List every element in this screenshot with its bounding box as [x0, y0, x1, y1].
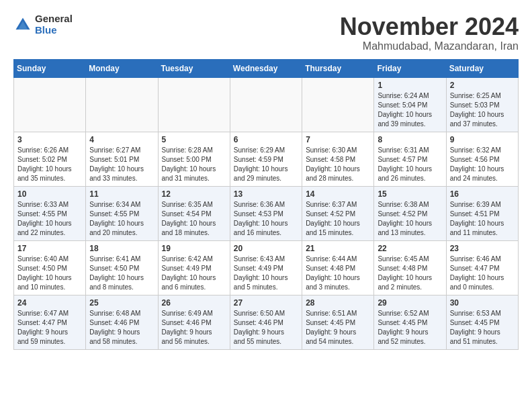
day-info: Sunrise: 6:36 AM Sunset: 4:53 PM Dayligh… — [234, 200, 298, 238]
day-number: 27 — [234, 298, 298, 308]
day-info: Sunrise: 6:31 AM Sunset: 4:57 PM Dayligh… — [378, 146, 442, 183]
calendar-cell: 19Sunrise: 6:42 AM Sunset: 4:49 PM Dayli… — [158, 240, 230, 295]
title-block: November 2024 Mahmudabad, Mazandaran, Ir… — [340, 13, 519, 52]
calendar-cell: 4Sunrise: 6:27 AM Sunset: 5:01 PM Daylig… — [86, 132, 158, 186]
calendar-cell — [14, 77, 86, 132]
calendar-table: SundayMondayTuesdayWednesdayThursdayFrid… — [13, 59, 519, 350]
day-header-monday: Monday — [86, 59, 158, 77]
day-number: 30 — [450, 298, 515, 308]
day-info: Sunrise: 6:49 AM Sunset: 4:46 PM Dayligh… — [162, 309, 226, 347]
calendar-header-row: SundayMondayTuesdayWednesdayThursdayFrid… — [14, 59, 519, 77]
day-number: 11 — [89, 189, 154, 199]
day-info: Sunrise: 6:47 AM Sunset: 4:47 PM Dayligh… — [17, 309, 82, 347]
day-number: 18 — [89, 244, 154, 253]
day-info: Sunrise: 6:27 AM Sunset: 5:01 PM Dayligh… — [89, 146, 154, 183]
calendar-cell: 30Sunrise: 6:53 AM Sunset: 4:45 PM Dayli… — [446, 295, 518, 349]
calendar-week-1: 1Sunrise: 6:24 AM Sunset: 5:04 PM Daylig… — [14, 77, 519, 132]
day-header-sunday: Sunday — [14, 59, 86, 77]
calendar-cell: 1Sunrise: 6:24 AM Sunset: 5:04 PM Daylig… — [374, 77, 446, 132]
calendar-cell: 14Sunrise: 6:37 AM Sunset: 4:52 PM Dayli… — [302, 186, 374, 240]
day-info: Sunrise: 6:46 AM Sunset: 4:47 PM Dayligh… — [450, 255, 515, 292]
logo-blue: Blue — [35, 25, 73, 36]
day-number: 12 — [162, 189, 226, 199]
calendar-cell: 18Sunrise: 6:41 AM Sunset: 4:50 PM Dayli… — [86, 240, 158, 295]
calendar-cell: 25Sunrise: 6:48 AM Sunset: 4:46 PM Dayli… — [86, 295, 158, 349]
calendar-cell: 23Sunrise: 6:46 AM Sunset: 4:47 PM Dayli… — [446, 240, 518, 295]
calendar-cell: 5Sunrise: 6:28 AM Sunset: 5:00 PM Daylig… — [158, 132, 230, 186]
day-number: 8 — [378, 135, 442, 144]
day-info: Sunrise: 6:50 AM Sunset: 4:46 PM Dayligh… — [234, 309, 298, 347]
day-info: Sunrise: 6:25 AM Sunset: 5:03 PM Dayligh… — [450, 91, 515, 129]
day-number: 10 — [17, 189, 82, 199]
calendar-cell: 27Sunrise: 6:50 AM Sunset: 4:46 PM Dayli… — [230, 295, 302, 349]
calendar-cell: 7Sunrise: 6:30 AM Sunset: 4:58 PM Daylig… — [302, 132, 374, 186]
day-number: 25 — [89, 298, 154, 308]
calendar-week-3: 10Sunrise: 6:33 AM Sunset: 4:55 PM Dayli… — [14, 186, 519, 240]
day-number: 2 — [450, 81, 515, 90]
logo-icon — [13, 15, 32, 34]
calendar-cell — [302, 77, 374, 132]
day-info: Sunrise: 6:34 AM Sunset: 4:55 PM Dayligh… — [89, 200, 154, 238]
day-number: 19 — [162, 244, 226, 253]
month-title: November 2024 — [340, 13, 519, 40]
calendar-cell: 26Sunrise: 6:49 AM Sunset: 4:46 PM Dayli… — [158, 295, 230, 349]
calendar-week-2: 3Sunrise: 6:26 AM Sunset: 5:02 PM Daylig… — [14, 132, 519, 186]
day-number: 7 — [306, 135, 370, 144]
calendar-cell: 8Sunrise: 6:31 AM Sunset: 4:57 PM Daylig… — [374, 132, 446, 186]
day-info: Sunrise: 6:41 AM Sunset: 4:50 PM Dayligh… — [89, 255, 154, 292]
day-number: 22 — [378, 244, 442, 253]
day-number: 21 — [306, 244, 370, 253]
day-number: 16 — [450, 189, 515, 199]
day-number: 9 — [450, 135, 515, 144]
calendar-cell: 16Sunrise: 6:39 AM Sunset: 4:51 PM Dayli… — [446, 186, 518, 240]
calendar-cell — [86, 77, 158, 132]
day-number: 17 — [17, 244, 82, 253]
logo-text: General Blue — [35, 13, 73, 36]
day-header-tuesday: Tuesday — [158, 59, 230, 77]
location: Mahmudabad, Mazandaran, Iran — [340, 40, 519, 52]
day-info: Sunrise: 6:51 AM Sunset: 4:45 PM Dayligh… — [306, 309, 370, 347]
calendar-cell: 12Sunrise: 6:35 AM Sunset: 4:54 PM Dayli… — [158, 186, 230, 240]
calendar-cell: 10Sunrise: 6:33 AM Sunset: 4:55 PM Dayli… — [14, 186, 86, 240]
calendar-cell: 29Sunrise: 6:52 AM Sunset: 4:45 PM Dayli… — [374, 295, 446, 349]
day-number: 14 — [306, 189, 370, 199]
calendar-cell: 15Sunrise: 6:38 AM Sunset: 4:52 PM Dayli… — [374, 186, 446, 240]
calendar-cell: 2Sunrise: 6:25 AM Sunset: 5:03 PM Daylig… — [446, 77, 518, 132]
day-number: 3 — [17, 135, 82, 144]
calendar-cell: 21Sunrise: 6:44 AM Sunset: 4:48 PM Dayli… — [302, 240, 374, 295]
calendar-cell: 22Sunrise: 6:45 AM Sunset: 4:48 PM Dayli… — [374, 240, 446, 295]
day-number: 20 — [234, 244, 298, 253]
calendar-cell: 11Sunrise: 6:34 AM Sunset: 4:55 PM Dayli… — [86, 186, 158, 240]
calendar-body: 1Sunrise: 6:24 AM Sunset: 5:04 PM Daylig… — [14, 77, 519, 349]
day-info: Sunrise: 6:52 AM Sunset: 4:45 PM Dayligh… — [378, 309, 442, 347]
day-number: 29 — [378, 298, 442, 308]
day-header-saturday: Saturday — [446, 59, 518, 77]
logo: General Blue — [13, 13, 73, 36]
day-info: Sunrise: 6:45 AM Sunset: 4:48 PM Dayligh… — [378, 255, 442, 292]
day-info: Sunrise: 6:33 AM Sunset: 4:55 PM Dayligh… — [17, 200, 82, 238]
day-info: Sunrise: 6:32 AM Sunset: 4:56 PM Dayligh… — [450, 146, 515, 183]
day-info: Sunrise: 6:48 AM Sunset: 4:46 PM Dayligh… — [89, 309, 154, 347]
day-number: 1 — [378, 81, 442, 90]
day-info: Sunrise: 6:39 AM Sunset: 4:51 PM Dayligh… — [450, 200, 515, 238]
page-header: General Blue November 2024 Mahmudabad, M… — [13, 13, 519, 52]
calendar-cell — [158, 77, 230, 132]
calendar-cell: 13Sunrise: 6:36 AM Sunset: 4:53 PM Dayli… — [230, 186, 302, 240]
day-number: 26 — [162, 298, 226, 308]
day-header-thursday: Thursday — [302, 59, 374, 77]
day-number: 28 — [306, 298, 370, 308]
day-info: Sunrise: 6:29 AM Sunset: 4:59 PM Dayligh… — [234, 146, 298, 183]
day-info: Sunrise: 6:40 AM Sunset: 4:50 PM Dayligh… — [17, 255, 82, 292]
day-info: Sunrise: 6:38 AM Sunset: 4:52 PM Dayligh… — [378, 200, 442, 238]
day-info: Sunrise: 6:28 AM Sunset: 5:00 PM Dayligh… — [162, 146, 226, 183]
calendar-cell — [230, 77, 302, 132]
day-number: 23 — [450, 244, 515, 253]
day-info: Sunrise: 6:35 AM Sunset: 4:54 PM Dayligh… — [162, 200, 226, 238]
day-info: Sunrise: 6:26 AM Sunset: 5:02 PM Dayligh… — [17, 146, 82, 183]
logo-general: General — [35, 13, 73, 25]
day-info: Sunrise: 6:24 AM Sunset: 5:04 PM Dayligh… — [378, 91, 442, 129]
calendar-week-5: 24Sunrise: 6:47 AM Sunset: 4:47 PM Dayli… — [14, 295, 519, 349]
day-number: 4 — [89, 135, 154, 144]
calendar-cell: 24Sunrise: 6:47 AM Sunset: 4:47 PM Dayli… — [14, 295, 86, 349]
day-info: Sunrise: 6:44 AM Sunset: 4:48 PM Dayligh… — [306, 255, 370, 292]
